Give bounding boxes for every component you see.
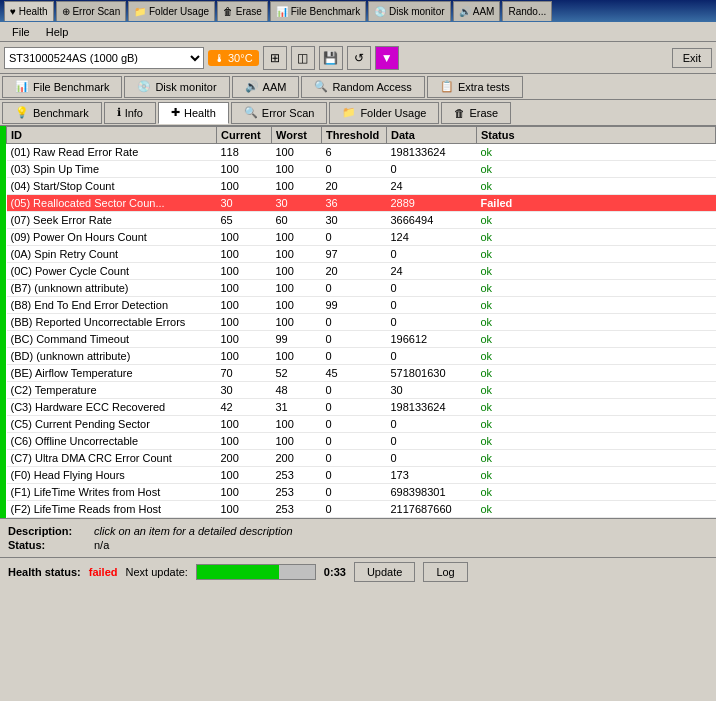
health-icon: ✚ <box>171 106 180 119</box>
table-row[interactable]: (B8) End To End Error Detection 100 100 … <box>7 297 716 314</box>
cell-current: 100 <box>217 467 272 484</box>
error-scan-icon: 🔍 <box>244 106 258 119</box>
table-row[interactable]: (BD) (unknown attribute) 100 100 0 0 ok <box>7 348 716 365</box>
title-tab-filebench[interactable]: 📊 File Benchmark <box>270 1 366 21</box>
cell-id: (0C) Power Cycle Count <box>7 263 217 280</box>
cell-id: (C7) Ultra DMA CRC Error Count <box>7 450 217 467</box>
cell-threshold: 0 <box>322 382 387 399</box>
tab-row-2: 💡 Benchmark ℹ Info ✚ Health 🔍 Error Scan… <box>0 100 716 126</box>
table-row[interactable]: (04) Start/Stop Count 100 100 20 24 ok <box>7 178 716 195</box>
cell-current: 100 <box>217 331 272 348</box>
cell-id: (BC) Command Timeout <box>7 331 217 348</box>
cell-threshold: 0 <box>322 467 387 484</box>
menu-bar: File Help <box>0 22 716 42</box>
title-tab-random[interactable]: Rando... <box>502 1 552 21</box>
cell-status: ok <box>477 297 716 314</box>
menu-file[interactable]: File <box>4 24 38 40</box>
toolbar-btn-save[interactable]: 💾 <box>319 46 343 70</box>
table-row[interactable]: (F0) Head Flying Hours 100 253 0 173 ok <box>7 467 716 484</box>
tab-folder-usage[interactable]: 📁 Folder Usage <box>329 102 439 124</box>
table-row[interactable]: (B7) (unknown attribute) 100 100 0 0 ok <box>7 280 716 297</box>
table-row[interactable]: (0C) Power Cycle Count 100 100 20 24 ok <box>7 263 716 280</box>
table-row[interactable]: (09) Power On Hours Count 100 100 0 124 … <box>7 229 716 246</box>
cell-data: 2117687660 <box>387 501 477 518</box>
tab-benchmark[interactable]: 💡 Benchmark <box>2 102 102 124</box>
table-row[interactable]: (BE) Airflow Temperature 70 52 45 571801… <box>7 365 716 382</box>
table-row[interactable]: (07) Seek Error Rate 65 60 30 3666494 ok <box>7 212 716 229</box>
cell-status: ok <box>477 178 716 195</box>
table-row[interactable]: (05) Reallocated Sector Coun... 30 30 36… <box>7 195 716 212</box>
tab-disk-monitor[interactable]: 💿 Disk monitor <box>124 76 229 98</box>
table-row[interactable]: (C7) Ultra DMA CRC Error Count 200 200 0… <box>7 450 716 467</box>
cell-worst: 100 <box>272 280 322 297</box>
cell-current: 100 <box>217 161 272 178</box>
cell-threshold: 0 <box>322 348 387 365</box>
toolbar-btn-1[interactable]: ⊞ <box>263 46 287 70</box>
cell-worst: 99 <box>272 331 322 348</box>
table-row[interactable]: (C2) Temperature 30 48 0 30 ok <box>7 382 716 399</box>
description-line: Description: click on an item for a deta… <box>8 525 708 537</box>
drive-select[interactable]: ST31000524AS (1000 gB) <box>4 47 204 69</box>
cell-worst: 100 <box>272 246 322 263</box>
temperature-badge: 🌡 30°C <box>208 50 259 66</box>
cell-id: (07) Seek Error Rate <box>7 212 217 229</box>
title-tab-errorscan[interactable]: ⊕ Error Scan <box>56 1 127 21</box>
cell-data: 124 <box>387 229 477 246</box>
tab-extra-tests[interactable]: 📋 Extra tests <box>427 76 523 98</box>
cell-current: 30 <box>217 382 272 399</box>
table-row[interactable]: (C5) Current Pending Sector 100 100 0 0 … <box>7 416 716 433</box>
tab-random-access[interactable]: 🔍 Random Access <box>301 76 424 98</box>
cell-data: 0 <box>387 280 477 297</box>
cell-threshold: 30 <box>322 212 387 229</box>
title-tab-erase[interactable]: 🗑 Erase <box>217 1 268 21</box>
tab-file-benchmark[interactable]: 📊 File Benchmark <box>2 76 122 98</box>
table-row[interactable]: (F1) LifeTime Writes from Host 100 253 0… <box>7 484 716 501</box>
title-tab-aam[interactable]: 🔊 AAM <box>453 1 501 21</box>
title-tab-folderusage[interactable]: 📁 Folder Usage <box>128 1 215 21</box>
col-header-data: Data <box>387 127 477 144</box>
title-tab-health[interactable]: ♥ Health <box>4 1 54 21</box>
exit-button[interactable]: Exit <box>672 48 712 68</box>
cell-status: ok <box>477 416 716 433</box>
cell-id: (BE) Airflow Temperature <box>7 365 217 382</box>
table-row[interactable]: (BB) Reported Uncorrectable Errors 100 1… <box>7 314 716 331</box>
table-wrapper: ID Current Worst Threshold Data Status (… <box>6 126 716 518</box>
title-tab-diskmonitor[interactable]: 💿 Disk monitor <box>368 1 450 21</box>
cell-current: 100 <box>217 229 272 246</box>
update-button[interactable]: Update <box>354 562 415 582</box>
cell-worst: 100 <box>272 433 322 450</box>
toolbar-btn-settings[interactable]: ▼ <box>375 46 399 70</box>
cell-data: 0 <box>387 246 477 263</box>
table-row[interactable]: (C3) Hardware ECC Recovered 42 31 0 1981… <box>7 399 716 416</box>
cell-worst: 100 <box>272 144 322 161</box>
tab-erase[interactable]: 🗑 Erase <box>441 102 511 124</box>
green-indicator-bar <box>0 126 6 518</box>
cell-data: 198133624 <box>387 399 477 416</box>
cell-status: ok <box>477 467 716 484</box>
col-header-id: ID <box>7 127 217 144</box>
cell-current: 100 <box>217 263 272 280</box>
menu-help[interactable]: Help <box>38 24 77 40</box>
table-row[interactable]: (0A) Spin Retry Count 100 100 97 0 ok <box>7 246 716 263</box>
toolbar-btn-2[interactable]: ◫ <box>291 46 315 70</box>
cell-id: (C6) Offline Uncorrectable <box>7 433 217 450</box>
col-header-status: Status <box>477 127 716 144</box>
cell-current: 100 <box>217 484 272 501</box>
tab-health[interactable]: ✚ Health <box>158 102 229 124</box>
cell-status: ok <box>477 484 716 501</box>
log-button[interactable]: Log <box>423 562 467 582</box>
tab-aam[interactable]: 🔊 AAM <box>232 76 300 98</box>
cell-data: 30 <box>387 382 477 399</box>
cell-id: (F2) LifeTime Reads from Host <box>7 501 217 518</box>
description-value: click on an item for a detailed descript… <box>94 525 293 537</box>
table-row[interactable]: (03) Spin Up Time 100 100 0 0 ok <box>7 161 716 178</box>
tab-info[interactable]: ℹ Info <box>104 102 156 124</box>
smart-table-container: ID Current Worst Threshold Data Status (… <box>0 126 716 518</box>
table-row[interactable]: (BC) Command Timeout 100 99 0 196612 ok <box>7 331 716 348</box>
table-row[interactable]: (F2) LifeTime Reads from Host 100 253 0 … <box>7 501 716 518</box>
table-row[interactable]: (01) Raw Read Error Rate 118 100 6 19813… <box>7 144 716 161</box>
erase-icon: 🗑 <box>454 107 465 119</box>
tab-error-scan[interactable]: 🔍 Error Scan <box>231 102 328 124</box>
toolbar-btn-refresh[interactable]: ↺ <box>347 46 371 70</box>
table-row[interactable]: (C6) Offline Uncorrectable 100 100 0 0 o… <box>7 433 716 450</box>
